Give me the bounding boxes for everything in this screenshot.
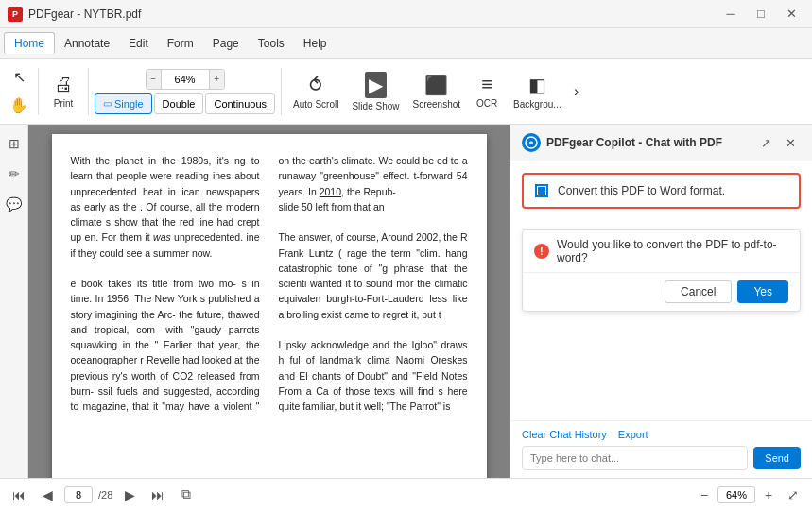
chat-panel: PDFgear Copilot - Chat with PDF ↗ ✕ Conv… bbox=[510, 125, 812, 478]
tool-group-pointer: ↖ ✋ bbox=[6, 64, 32, 119]
pdf-page: With the planet in the 1980s, it's ng to… bbox=[52, 134, 487, 478]
print-button[interactable]: 🖨 Print bbox=[44, 65, 82, 118]
toolbar: ↖ ✋ 🖨 Print − + ▭ Single Double Cont bbox=[0, 59, 812, 125]
auto-scroll-button[interactable]: ⥀ Auto Scroll bbox=[287, 65, 344, 118]
close-button[interactable]: ✕ bbox=[778, 5, 804, 24]
title-bar-text: PDFgear - NYTBR.pdf bbox=[28, 8, 717, 21]
title-bar: P PDFgear - NYTBR.pdf ─ □ ✕ bbox=[0, 0, 812, 28]
menu-bar: Home Annotate Edit Form Page Tools Help bbox=[0, 28, 812, 59]
yes-button[interactable]: Yes bbox=[737, 280, 788, 303]
clear-history-link[interactable]: Clear Chat History bbox=[522, 429, 607, 440]
slideshow-button[interactable]: ▶ Slide Show bbox=[346, 65, 405, 118]
copilot-icon bbox=[522, 133, 541, 152]
chat-input-row: Send bbox=[522, 446, 801, 470]
hand-icon: ✋ bbox=[9, 96, 28, 114]
status-zoom-control: − + ⤢ bbox=[693, 484, 804, 506]
status-zoom-input[interactable] bbox=[717, 486, 755, 503]
double-label: Double bbox=[163, 98, 196, 110]
minimize-button[interactable]: ─ bbox=[717, 5, 744, 24]
confirm-box: Convert this PDF to Word format. bbox=[522, 173, 801, 209]
pdf-area: With the planet in the 1980s, it's ng to… bbox=[28, 125, 510, 478]
zoom-increase-button[interactable]: + bbox=[209, 69, 224, 90]
menu-home[interactable]: Home bbox=[4, 32, 55, 54]
export-link[interactable]: Export bbox=[618, 429, 648, 440]
chat-header: PDFgear Copilot - Chat with PDF ↗ ✕ bbox=[510, 125, 812, 162]
chat-title-text: PDFgear Copilot - Chat with PDF bbox=[546, 136, 722, 149]
chat-history-row: Clear Chat History Export bbox=[522, 429, 801, 440]
cursor-tool[interactable]: ↖ bbox=[6, 64, 32, 91]
chat-title: PDFgear Copilot - Chat with PDF bbox=[522, 133, 722, 152]
ocr-button[interactable]: ≡ OCR bbox=[468, 65, 506, 118]
double-view-button[interactable]: Double bbox=[154, 94, 204, 114]
app-icon: P bbox=[8, 7, 23, 22]
page-input[interactable] bbox=[64, 486, 93, 503]
status-zoom-in-button[interactable]: + bbox=[757, 484, 780, 506]
single-label: Single bbox=[114, 98, 144, 110]
sidebar-annotate-icon[interactable]: ✏ bbox=[3, 162, 26, 185]
nav-first-button[interactable]: ⏮ bbox=[8, 484, 30, 506]
more-tools-button[interactable]: › bbox=[569, 65, 584, 118]
sidebar-comment-icon[interactable]: 💬 bbox=[3, 193, 26, 215]
chat-header-actions: ↗ ✕ bbox=[755, 132, 801, 153]
checkbox-inner bbox=[538, 187, 545, 195]
background-icon: ◧ bbox=[528, 74, 546, 96]
screenshot-icon: ⬛ bbox=[424, 74, 448, 96]
slideshow-icon: ▶ bbox=[365, 72, 387, 98]
yn-dialog-text: Would you like to convert the PDF to pdf… bbox=[557, 238, 788, 264]
background-label: Backgrou... bbox=[513, 99, 561, 110]
cancel-button[interactable]: Cancel bbox=[665, 280, 732, 303]
nav-next-button[interactable]: ▶ bbox=[118, 484, 141, 506]
chat-popout-button[interactable]: ↗ bbox=[755, 132, 776, 153]
confirm-checkbox[interactable] bbox=[535, 184, 548, 197]
screenshot-button[interactable]: ⬛ Screenshot bbox=[406, 65, 466, 118]
hand-tool[interactable]: ✋ bbox=[6, 93, 32, 119]
menu-tools[interactable]: Tools bbox=[249, 33, 294, 54]
single-icon: ▭ bbox=[103, 98, 112, 109]
confirm-text: Convert this PDF to Word format. bbox=[558, 184, 725, 197]
sep3 bbox=[281, 68, 282, 115]
background-button[interactable]: ◧ Backgrou... bbox=[508, 65, 567, 118]
more-icon: › bbox=[574, 83, 579, 100]
menu-edit[interactable]: Edit bbox=[119, 33, 158, 54]
pdf-right-column: slide 50 left from that an The answer, o… bbox=[279, 199, 468, 415]
menu-annotate[interactable]: Annotate bbox=[55, 33, 119, 54]
yn-dialog-icon: ! bbox=[534, 244, 549, 259]
zoom-group: − + ▭ Single Double Continuous bbox=[95, 69, 275, 114]
chat-close-button[interactable]: ✕ bbox=[780, 132, 801, 153]
zoom-input[interactable] bbox=[162, 74, 209, 85]
slideshow-label: Slide Show bbox=[352, 101, 399, 111]
auto-scroll-icon: ⥀ bbox=[309, 74, 322, 96]
single-view-button[interactable]: ▭ Single bbox=[95, 94, 152, 114]
left-sidebar: ⊞ ✏ 💬 bbox=[0, 125, 28, 478]
copy-page-button[interactable]: ⧉ bbox=[175, 484, 198, 506]
yn-dialog-header: ! Would you like to convert the PDF to p… bbox=[523, 230, 800, 273]
menu-help[interactable]: Help bbox=[294, 33, 337, 54]
print-label: Print bbox=[54, 98, 74, 109]
fit-page-button[interactable]: ⤢ bbox=[782, 484, 804, 506]
maximize-button[interactable]: □ bbox=[748, 5, 774, 24]
menu-form[interactable]: Form bbox=[158, 33, 203, 54]
cursor-icon: ↖ bbox=[13, 68, 26, 86]
auto-scroll-label: Auto Scroll bbox=[293, 99, 338, 110]
sidebar-panels-icon[interactable]: ⊞ bbox=[3, 132, 26, 155]
status-zoom-out-button[interactable]: − bbox=[693, 484, 716, 506]
view-mode-row: ▭ Single Double Continuous bbox=[95, 94, 275, 114]
nav-prev-button[interactable]: ◀ bbox=[36, 484, 59, 506]
zoom-control: − + bbox=[146, 69, 225, 90]
ocr-label: OCR bbox=[476, 98, 497, 109]
chat-footer: Clear Chat History Export Send bbox=[510, 420, 812, 478]
menu-page[interactable]: Page bbox=[203, 33, 249, 54]
send-button[interactable]: Send bbox=[753, 447, 801, 469]
nav-last-button[interactable]: ⏭ bbox=[147, 484, 169, 506]
yn-dialog-buttons: Cancel Yes bbox=[523, 273, 800, 311]
screenshot-label: Screenshot bbox=[412, 99, 460, 110]
title-bar-controls: ─ □ ✕ bbox=[717, 5, 804, 24]
continuous-view-button[interactable]: Continuous bbox=[205, 94, 275, 114]
sep1 bbox=[38, 68, 39, 115]
main-content: ⊞ ✏ 💬 With the planet in the 1980s, it's… bbox=[0, 125, 812, 478]
yn-dialog: ! Would you like to convert the PDF to p… bbox=[522, 230, 801, 312]
print-icon: 🖨 bbox=[54, 74, 73, 95]
zoom-decrease-button[interactable]: − bbox=[147, 69, 162, 90]
chat-input[interactable] bbox=[522, 446, 748, 470]
sep2 bbox=[88, 68, 89, 115]
